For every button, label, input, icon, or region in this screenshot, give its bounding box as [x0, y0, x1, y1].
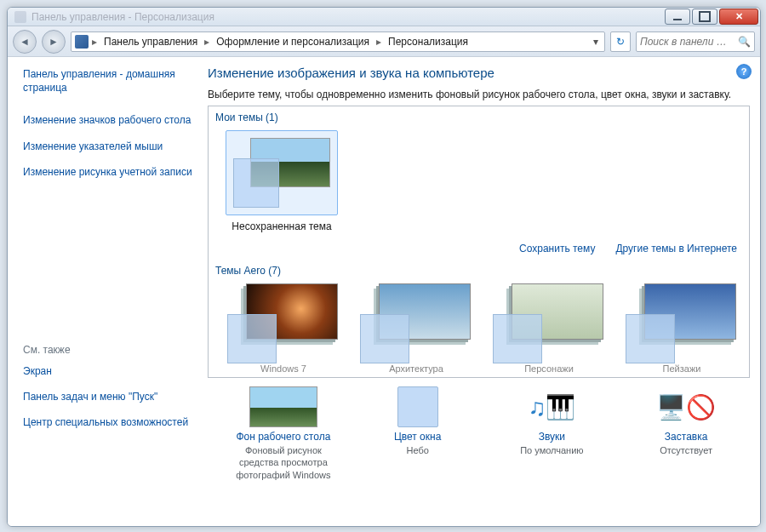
- screensaver-icon: 🖥️🚫: [631, 386, 741, 427]
- window-title: Панель управления - Персонализация: [31, 11, 214, 23]
- sounds-option[interactable]: ♫🎹 Звуки По умолчанию: [497, 386, 608, 456]
- option-title: Заставка: [631, 431, 741, 443]
- option-sub: Отсутствует: [631, 444, 741, 456]
- page-description: Выберите тему, чтобы одновременно измени…: [208, 89, 750, 100]
- maximize-button[interactable]: [692, 9, 717, 25]
- option-sub: Фоновый рисунок средства просмотра фотог…: [228, 444, 339, 481]
- sound-icon: ♫🎹: [497, 386, 608, 427]
- sidebar-spacer: [23, 191, 192, 344]
- more-themes-link[interactable]: Другие темы в Интернете: [615, 243, 737, 255]
- see-also-taskbar[interactable]: Панель задач и меню "Пуск": [23, 390, 192, 403]
- my-themes-row: Несохраненная тема: [209, 129, 749, 239]
- option-sub: По умолчанию: [497, 444, 608, 456]
- sidebar-home-link[interactable]: Панель управления - домашняя страница: [23, 67, 192, 94]
- option-title: Звуки: [497, 431, 608, 443]
- my-themes-title: Мои темы (1): [209, 106, 749, 129]
- sidebar-link-desktop-icons[interactable]: Изменение значков рабочего стола: [23, 113, 192, 127]
- chevron-right-icon: ▸: [376, 36, 381, 48]
- color-thumb: [363, 386, 473, 427]
- search-box[interactable]: 🔍: [636, 31, 755, 52]
- aero-label: Windows 7: [224, 363, 343, 374]
- screensaver-option[interactable]: 🖥️🚫 Заставка Отсутствует: [631, 386, 741, 456]
- address-bar[interactable]: ▸ Панель управления ▸ Оформление и персо…: [71, 31, 605, 52]
- address-dropdown-icon[interactable]: ▾: [591, 36, 601, 48]
- aero-thumbnail: [489, 283, 609, 363]
- body: Панель управления - домашняя страница Из…: [8, 57, 760, 526]
- sidebar: Панель управления - домашняя страница Из…: [8, 57, 199, 526]
- themes-box: Мои темы (1) Несохраненная тема Сохранит…: [208, 106, 750, 378]
- see-also-accessibility[interactable]: Центр специальных возможностей: [23, 415, 192, 429]
- chevron-right-icon: ▸: [204, 36, 209, 48]
- option-title: Цвет окна: [363, 431, 473, 443]
- aero-theme-architecture[interactable]: Архитектура: [357, 283, 476, 374]
- aero-label: Пейзажи: [622, 363, 741, 374]
- aero-theme-characters[interactable]: Персонажи: [489, 283, 609, 374]
- back-button[interactable]: ◄: [13, 30, 37, 54]
- window-color-option[interactable]: Цвет окна Небо: [363, 386, 473, 456]
- see-also-display[interactable]: Экран: [23, 364, 192, 378]
- desktop-background-option[interactable]: Фон рабочего стола Фоновый рисунок средс…: [228, 386, 339, 481]
- theme-label: Несохраненная тема: [226, 220, 338, 232]
- aero-themes-row: Windows 7 Архитектура Персонажи Пейзажи: [209, 282, 749, 374]
- minimize-button[interactable]: [665, 9, 690, 25]
- theme-actions: Сохранить тему Другие темы в Интернете: [209, 239, 749, 260]
- aero-thumbnail: [622, 283, 741, 363]
- see-also-title: См. также: [23, 344, 192, 356]
- theme-item-unsaved[interactable]: Несохраненная тема: [226, 130, 338, 232]
- aero-label: Персонажи: [489, 363, 609, 374]
- sidebar-link-account-picture[interactable]: Изменение рисунка учетной записи: [23, 165, 192, 179]
- refresh-button[interactable]: ↻: [610, 31, 631, 52]
- desktop-bg-thumb: [228, 386, 339, 427]
- theme-thumbnail: [226, 130, 338, 215]
- control-panel-window: Панель управления - Персонализация ◄ ► ▸…: [7, 7, 761, 527]
- navbar: ◄ ► ▸ Панель управления ▸ Оформление и п…: [8, 26, 760, 57]
- forward-button[interactable]: ►: [42, 30, 66, 54]
- breadcrumb[interactable]: Персонализация: [385, 34, 472, 49]
- aero-themes-title: Темы Aero (7): [209, 260, 749, 282]
- search-icon: 🔍: [738, 36, 751, 48]
- save-theme-link[interactable]: Сохранить тему: [519, 243, 595, 255]
- page-title: Изменение изображения и звука на компьют…: [208, 66, 750, 80]
- sidebar-link-mouse-pointers[interactable]: Изменение указателей мыши: [23, 140, 192, 153]
- aero-label: Архитектура: [357, 363, 476, 374]
- search-input[interactable]: [640, 36, 738, 48]
- window-color-preview: [233, 158, 279, 208]
- breadcrumb[interactable]: Оформление и персонализация: [213, 34, 373, 49]
- option-sub: Небо: [363, 444, 473, 456]
- close-button[interactable]: [719, 9, 758, 25]
- help-icon[interactable]: ?: [736, 64, 752, 79]
- bottom-options: Фон рабочего стола Фоновый рисунок средс…: [208, 378, 750, 481]
- aero-theme-landscapes[interactable]: Пейзажи: [622, 283, 741, 374]
- aero-theme-windows7[interactable]: Windows 7: [224, 283, 343, 374]
- option-title: Фон рабочего стола: [228, 431, 339, 443]
- breadcrumb[interactable]: Панель управления: [100, 34, 201, 49]
- aero-thumbnail: [357, 283, 476, 363]
- main-content: ? Изменение изображения и звука на компь…: [199, 57, 760, 526]
- chevron-right-icon: ▸: [92, 36, 97, 48]
- control-panel-icon: [75, 35, 89, 49]
- window-icon: [14, 11, 26, 23]
- titlebar-left: Панель управления - Персонализация: [9, 11, 663, 23]
- aero-thumbnail: [224, 283, 343, 363]
- titlebar: Панель управления - Персонализация: [8, 8, 760, 26]
